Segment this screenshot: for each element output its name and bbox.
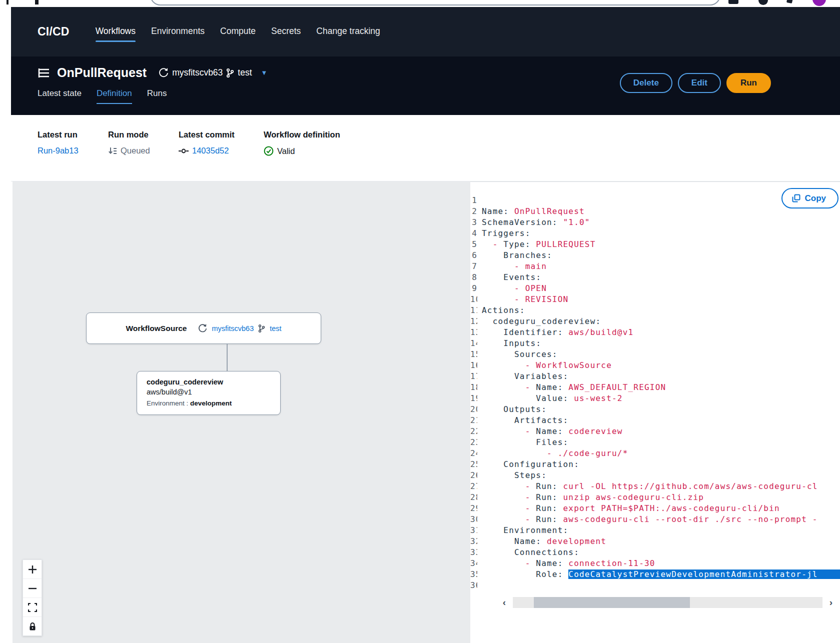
line-number: 32 xyxy=(470,536,477,547)
code-line: 8 Events: xyxy=(470,272,840,283)
code-line: 24 - ./code-guru/* xyxy=(470,448,840,459)
workflow-definition-label: Workflow definition xyxy=(264,130,340,140)
tab-definition[interactable]: Definition xyxy=(97,88,132,104)
run-mode-column: Run mode Queued xyxy=(108,130,179,181)
line-number: 21 xyxy=(470,415,477,426)
latest-run-link[interactable]: Run-9ab13 xyxy=(38,146,79,156)
browser-top-strip xyxy=(0,0,840,7)
code-text: Outputs: xyxy=(477,404,547,415)
diagram-zoom-controls xyxy=(23,560,42,636)
code-text xyxy=(477,580,482,591)
code-text: - OPEN xyxy=(477,283,547,294)
global-search-input[interactable] xyxy=(150,0,720,6)
line-number: 31 xyxy=(470,525,477,536)
code-line: 36 xyxy=(470,580,840,591)
branch-dropdown-caret-icon[interactable]: ▼ xyxy=(261,69,268,76)
nav-item-change-tracking[interactable]: Change tracking xyxy=(316,26,380,38)
queued-icon xyxy=(108,146,117,156)
run-button[interactable]: Run xyxy=(726,73,771,93)
nav-item-workflows[interactable]: Workflows xyxy=(96,26,136,38)
fit-to-screen-button[interactable] xyxy=(23,598,42,616)
line-number: 10 xyxy=(470,294,477,305)
tab-latest-state[interactable]: Latest state xyxy=(38,88,82,104)
source-repository-link[interactable]: mysfitscvb63 xyxy=(212,324,254,332)
workflow-icon xyxy=(38,68,51,78)
code-text: - Run: export PATH=$PATH:./aws-codeguru-… xyxy=(477,503,780,514)
scrollbar-thumb[interactable] xyxy=(534,597,690,608)
nav-items: WorkflowsEnvironmentsComputeSecretsChang… xyxy=(96,26,380,38)
scroll-right-arrow[interactable]: › xyxy=(825,597,837,608)
copy-button[interactable]: Copy xyxy=(781,188,839,208)
zoom-in-button[interactable] xyxy=(23,560,42,578)
code-text: Name: OnPullRequest xyxy=(477,206,585,217)
code-text: - ./code-guru/* xyxy=(477,448,628,459)
repository-link[interactable]: mysfitscvb63 xyxy=(172,68,223,78)
yaml-code-viewer[interactable]: 12Name: OnPullRequest3SchemaVersion: "1.… xyxy=(470,195,840,591)
scroll-left-arrow[interactable]: ‹ xyxy=(498,597,510,608)
code-text: Role: CodeCatalystPreviewDevelopmentAdmi… xyxy=(477,569,840,580)
notifications-icon[interactable] xyxy=(728,0,738,4)
code-line: 21 Artifacts: xyxy=(470,415,840,426)
code-text: - WorkflowSource xyxy=(477,360,612,371)
scrollbar-track[interactable] xyxy=(513,597,822,608)
zoom-out-button[interactable] xyxy=(23,578,42,598)
code-text: - Name: connection-11-30 xyxy=(477,558,655,569)
line-number: 33 xyxy=(470,547,477,558)
workflow-diagram-canvas[interactable]: WorkflowSource mysfitscvb63 test codegur… xyxy=(13,182,470,643)
code-text: Branches: xyxy=(477,250,552,261)
code-line: 13 Identifier: aws/build@v1 xyxy=(470,327,840,338)
branch-icon xyxy=(258,324,265,333)
code-text: - REVISION xyxy=(477,294,568,305)
action-node-environment: Environment : development xyxy=(147,400,280,407)
nav-item-secrets[interactable]: Secrets xyxy=(271,26,301,38)
workflow-source-node[interactable]: WorkflowSource mysfitscvb63 test xyxy=(86,312,321,344)
workflow-definition-value: Valid xyxy=(277,146,295,156)
code-line: 23 Files: xyxy=(470,437,840,448)
tab-runs[interactable]: Runs xyxy=(147,88,167,104)
source-node-title: WorkflowSource xyxy=(126,324,187,333)
code-line: 34 - Name: connection-11-30 xyxy=(470,558,840,569)
codeguru-codereview-node[interactable]: codeguru_codereview aws/build@v1 Environ… xyxy=(137,371,281,415)
line-number: 35 xyxy=(470,569,477,580)
line-number: 2 xyxy=(470,206,477,217)
code-line: 11Actions: xyxy=(470,305,840,316)
code-line: 3SchemaVersion: "1.0" xyxy=(470,217,840,228)
code-text: SchemaVersion: "1.0" xyxy=(477,217,590,228)
code-line: 32 Name: development xyxy=(470,536,840,547)
run-mode-value: Queued xyxy=(121,146,150,156)
line-number: 18 xyxy=(470,382,477,393)
edit-button[interactable]: Edit xyxy=(678,73,721,93)
code-text: Steps: xyxy=(477,470,547,481)
delete-button[interactable]: Delete xyxy=(620,73,672,93)
action-node-title: codeguru_codereview xyxy=(147,378,280,386)
left-gutter xyxy=(0,182,13,643)
run-mode-label: Run mode xyxy=(108,130,179,140)
avatar[interactable] xyxy=(812,0,826,6)
repo-branch-group: mysfitscvb63 test ▼ xyxy=(159,68,267,78)
lock-button[interactable] xyxy=(23,616,42,636)
nav-item-compute[interactable]: Compute xyxy=(220,26,256,38)
line-number: 9 xyxy=(470,283,477,294)
latest-commit-link[interactable]: 14035d52 xyxy=(192,146,229,156)
code-text: Triggers: xyxy=(477,228,531,239)
line-number: 17 xyxy=(470,371,477,382)
source-branch-link[interactable]: test xyxy=(270,324,281,332)
help-icon[interactable] xyxy=(758,0,768,5)
nav-item-environments[interactable]: Environments xyxy=(151,26,205,38)
latest-run-column: Latest run Run-9ab13 xyxy=(38,130,108,181)
code-line: 12 codeguru_codereview: xyxy=(470,316,840,327)
workflow-name: OnPullRequest xyxy=(57,66,147,80)
code-text: Environment: xyxy=(477,525,568,536)
selected-text: CodeCatalystPreviewDevelopmentAdministra… xyxy=(568,570,840,579)
code-text: - Run: unzip aws-codeguru-cli.zip xyxy=(477,492,704,503)
branch-link[interactable]: test xyxy=(238,68,252,78)
line-number: 6 xyxy=(470,250,477,261)
line-number: 22 xyxy=(470,426,477,437)
code-line: 2Name: OnPullRequest xyxy=(470,206,840,217)
clipped-toolbar-fragment xyxy=(35,0,39,4)
workflow-definition-column: Workflow definition Valid xyxy=(264,130,340,181)
code-line: 17 Variables: xyxy=(470,371,840,382)
line-number: 25 xyxy=(470,459,477,470)
settings-icon[interactable] xyxy=(786,0,793,4)
branch-icon xyxy=(226,68,234,78)
